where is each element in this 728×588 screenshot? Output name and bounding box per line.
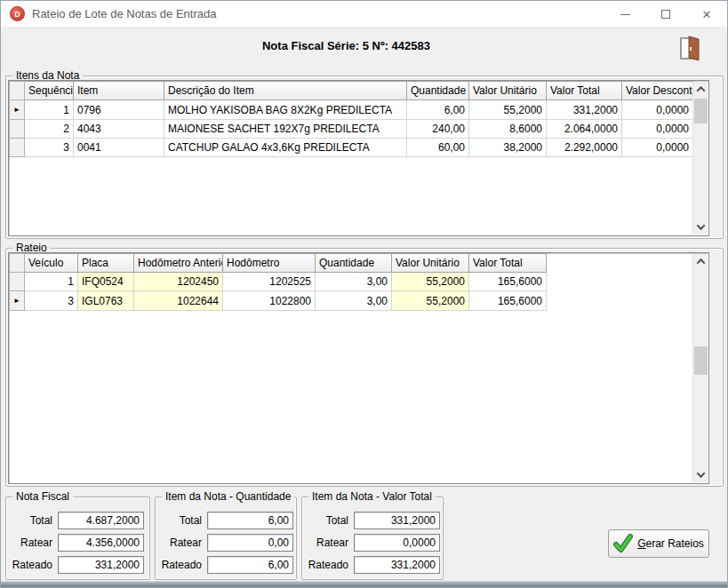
cell-item[interactable]: 4043 <box>74 120 164 139</box>
rateado-field: 331,2000 <box>354 556 440 574</box>
total-field: 331,2000 <box>354 512 440 529</box>
cell-veiculo[interactable]: 1 <box>25 273 78 291</box>
cell-hodometro[interactable]: 1202525 <box>223 273 316 291</box>
ratear-label: Ratear <box>6 536 52 549</box>
cell-item[interactable]: 0796 <box>74 100 164 120</box>
vertical-scrollbar[interactable] <box>692 82 708 234</box>
indicator-header-cell <box>10 82 25 100</box>
window-bottom-edge <box>1 581 727 587</box>
cell-quantidade[interactable]: 240,00 <box>407 120 469 139</box>
cell-veiculo[interactable]: 3 <box>25 291 78 311</box>
rateado-field: 331,2000 <box>58 556 144 574</box>
rateado-label: Rateado <box>6 559 52 571</box>
cell-valor-unitario[interactable]: 55,2000 <box>392 273 469 291</box>
cell-valor-total[interactable]: 2.064,0000 <box>547 120 622 139</box>
column-header-veiculo[interactable]: Veículo <box>25 254 78 273</box>
cell-quantidade[interactable]: 3,00 <box>316 291 392 311</box>
column-header-hodometro-anterior[interactable]: Hodômetro Anterior <box>134 254 223 273</box>
chevron-down-icon <box>697 469 706 478</box>
minimize-icon <box>620 14 630 15</box>
maximize-button[interactable] <box>645 1 686 28</box>
cell-valor-total[interactable]: 331,2000 <box>547 100 622 120</box>
column-header-sequencia[interactable]: Sequência <box>25 82 74 100</box>
scroll-down-button[interactable] <box>693 219 708 234</box>
scroll-thumb[interactable] <box>694 99 708 123</box>
cell-valor-desconto[interactable]: 0,0000 <box>622 120 693 139</box>
ratear-label: Ratear <box>156 536 202 549</box>
scroll-thumb[interactable] <box>694 346 708 375</box>
row-indicator <box>10 120 25 139</box>
minimize-button[interactable] <box>604 1 645 28</box>
cell-descricao[interactable]: MAIONESE SACHET 192X7g PREDILECTA <box>164 120 407 139</box>
cell-hodometro-anterior[interactable]: 1202450 <box>134 273 223 291</box>
app-logo-icon: D <box>10 6 25 21</box>
column-header-valor-unitario[interactable]: Valor Unitário <box>469 82 547 100</box>
total-field: 4.687,2000 <box>58 512 144 529</box>
rateado-field: 6,00 <box>207 556 293 574</box>
nota-fiscal-summary-groupbox: Nota Fiscal Total 4.687,2000 Ratear 4.35… <box>5 497 150 580</box>
cell-hodometro-anterior[interactable]: 1022644 <box>134 291 223 311</box>
itens-da-nota-grid: Sequência Item Descrição do Item Quantid… <box>8 80 709 236</box>
cell-sequencia[interactable]: 1 <box>25 100 74 120</box>
column-header-quantidade[interactable]: Quantidade <box>316 254 392 273</box>
table-row[interactable]: ► 1 0796 MOLHO YAKISOBA BAG 8X2Kg PREDIL… <box>10 100 693 120</box>
chevron-up-icon <box>697 258 706 267</box>
column-header-item[interactable]: Item <box>74 82 164 100</box>
rateado-label: Rateado <box>302 559 348 571</box>
item-valor-total-groupbox: Item da Nota - Valor Total Total 331,200… <box>301 497 444 580</box>
table-row[interactable]: 3 0041 CATCHUP GALAO 4x3,6Kg PREDILECTA … <box>10 139 693 157</box>
cell-valor-desconto[interactable]: 0,0000 <box>622 139 693 157</box>
ratear-field: 0,0000 <box>354 534 440 552</box>
cell-valor-total[interactable]: 2.292,0000 <box>547 139 622 157</box>
window-controls: ✕ <box>604 1 727 28</box>
rateado-label: Rateado <box>156 559 202 571</box>
cell-valor-total[interactable]: 165,6000 <box>469 273 547 291</box>
table-row[interactable]: ► 3 IGL0763 1022644 1022800 3,00 55,2000… <box>10 291 547 311</box>
total-label: Total <box>156 514 202 527</box>
scroll-down-button[interactable] <box>693 467 708 482</box>
scroll-up-button[interactable] <box>693 82 708 97</box>
cell-item[interactable]: 0041 <box>74 139 164 157</box>
column-header-valor-unitario[interactable]: Valor Unitário <box>392 254 469 273</box>
cell-placa[interactable]: IFQ0524 <box>78 273 134 291</box>
cell-valor-unitario[interactable]: 8,6000 <box>469 120 547 139</box>
gerar-rateios-button[interactable]: Gerar Rateios <box>608 529 709 558</box>
cell-placa[interactable]: IGL0763 <box>78 291 134 311</box>
title-bar: D Rateio de Lote de Notas de Entrada ✕ <box>1 1 727 28</box>
item-quantidade-groupbox: Item da Nota - Quantidade Total 6,00 Rat… <box>155 497 297 580</box>
close-icon: ✕ <box>702 9 712 20</box>
exit-button[interactable] <box>674 32 706 64</box>
nota-fiscal-summary-label: Nota Fiscal <box>12 490 73 503</box>
cell-descricao[interactable]: MOLHO YAKISOBA BAG 8X2Kg PREDILECTA <box>164 100 407 120</box>
table-row[interactable]: 1 IFQ0524 1202450 1202525 3,00 55,2000 1… <box>10 273 547 291</box>
column-header-valor-total[interactable]: Valor Total <box>469 254 547 273</box>
cell-descricao[interactable]: CATCHUP GALAO 4x3,6Kg PREDILECTA <box>164 139 407 157</box>
cell-valor-unitario[interactable]: 55,2000 <box>392 291 469 311</box>
cell-valor-desconto[interactable]: 0,0000 <box>622 100 693 120</box>
column-header-descricao[interactable]: Descrição do Item <box>164 82 407 100</box>
scroll-up-button[interactable] <box>693 254 708 269</box>
column-header-placa[interactable]: Placa <box>78 254 134 273</box>
ratear-field: 0,00 <box>207 534 293 552</box>
table-row[interactable]: 2 4043 MAIONESE SACHET 192X7g PREDILECTA… <box>10 120 693 139</box>
cell-hodometro[interactable]: 1022800 <box>223 291 316 311</box>
header-band: Nota Fiscal Série: 5 Nº: 442583 <box>1 28 727 67</box>
cell-sequencia[interactable]: 3 <box>25 139 74 157</box>
total-field: 6,00 <box>207 512 293 529</box>
ratear-label: Ratear <box>302 536 348 549</box>
column-header-quantidade[interactable]: Quantidade <box>407 82 469 100</box>
cell-quantidade[interactable]: 60,00 <box>407 139 469 157</box>
close-button[interactable]: ✕ <box>686 1 727 28</box>
cell-valor-total[interactable]: 165,6000 <box>469 291 547 311</box>
column-header-valor-desconto[interactable]: Valor Desconto <box>622 82 693 100</box>
column-header-hodometro[interactable]: Hodômetro <box>223 254 316 273</box>
cell-sequencia[interactable]: 2 <box>25 120 74 139</box>
gerar-rateios-label: Gerar Rateios <box>637 537 704 550</box>
cell-valor-unitario[interactable]: 38,2000 <box>469 139 547 157</box>
cell-quantidade[interactable]: 3,00 <box>316 273 392 291</box>
cell-valor-unitario[interactable]: 55,2000 <box>469 100 547 120</box>
vertical-scrollbar[interactable] <box>692 254 708 482</box>
column-header-valor-total[interactable]: Valor Total <box>547 82 622 100</box>
row-indicator <box>10 139 25 157</box>
cell-quantidade[interactable]: 6,00 <box>407 100 469 120</box>
